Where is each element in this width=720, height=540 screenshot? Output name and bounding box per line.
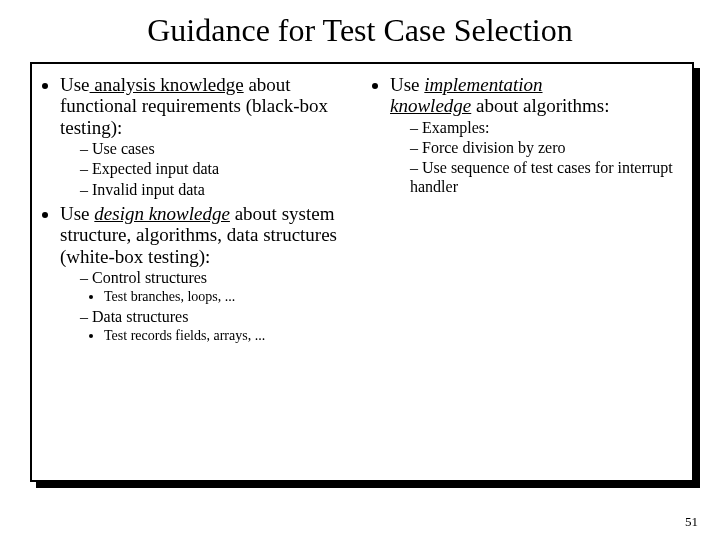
subbullet: Expected input data: [80, 160, 356, 178]
text: Data structures: [92, 308, 188, 325]
page-number: 51: [685, 514, 698, 530]
subbullet: Data structures Test records fields, arr…: [80, 308, 356, 345]
underline-italic: design knowledge: [94, 203, 230, 224]
text: Use: [60, 74, 90, 95]
subbullet: Control structures Test branches, loops,…: [80, 269, 356, 306]
bullet-analysis-knowledge: Use analysis knowledge about functional …: [60, 74, 356, 199]
text: about algorithms:: [471, 95, 609, 116]
subbullet: Use sequence of test cases for interrupt…: [410, 159, 686, 196]
content-panel: Use analysis knowledge about functional …: [30, 62, 694, 482]
text: Control structures: [92, 269, 207, 286]
subbullet: Force division by zero: [410, 139, 686, 157]
left-column: Use analysis knowledge about functional …: [38, 74, 362, 470]
bullet-implementation-knowledge: Use implementation knowledge about algor…: [390, 74, 686, 196]
underline-italic: implementation: [424, 74, 542, 95]
right-column: Use implementation knowledge about algor…: [362, 74, 686, 470]
content-panel-wrap: Use analysis knowledge about functional …: [30, 62, 694, 482]
text: Use: [390, 74, 424, 95]
page-title: Guidance for Test Case Selection: [0, 0, 720, 53]
text: Use: [60, 203, 94, 224]
subsubbullet: Test branches, loops, ...: [104, 288, 356, 306]
subbullet: Use cases: [80, 140, 356, 158]
underline: analysis knowledge: [90, 74, 244, 95]
bullet-design-knowledge: Use design knowledge about system struct…: [60, 203, 356, 345]
subsubbullet: Test records fields, arrays, ...: [104, 327, 356, 345]
subbullet: Examples:: [410, 119, 686, 137]
underline-italic: knowledge: [390, 95, 471, 116]
subbullet: Invalid input data: [80, 181, 356, 199]
